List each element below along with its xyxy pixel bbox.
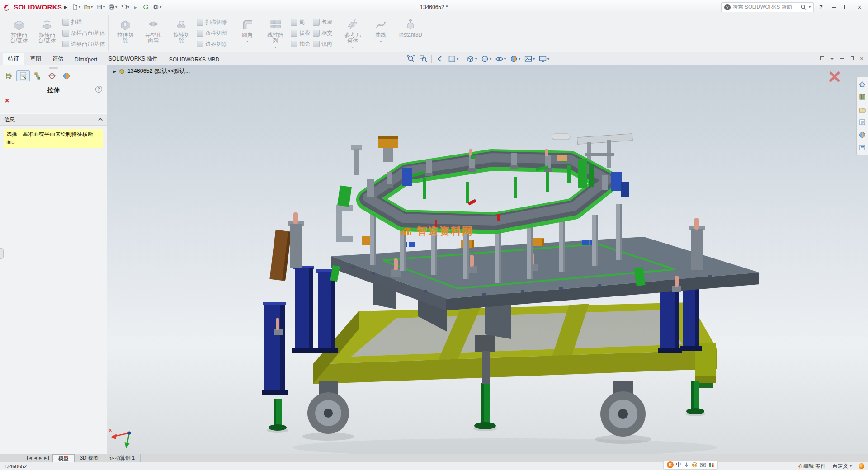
mirror-button[interactable]: 镜向 [313,40,332,48]
document-minimize-button[interactable] [838,55,845,62]
tab-mbd[interactable]: SOLIDWORKS MBD [164,54,225,65]
rib-button[interactable]: 筋 [291,18,310,27]
search-scope-caret-icon[interactable]: ▾ [809,5,811,9]
pane-arrows-icon[interactable]: ◂▸ [828,55,835,62]
prev-tab-arrow-icon[interactable]: ◀ [33,456,37,460]
help-search-box[interactable]: ? 搜索 SOLIDWORKS 帮助 ▾ [721,2,814,12]
previous-view-button[interactable] [434,54,445,64]
dropdown-caret-icon[interactable]: ▾ [850,465,852,468]
ime-keyboard-icon[interactable] [700,462,706,468]
options-button[interactable]: ▾ [151,3,163,11]
tab-dimxpert[interactable]: DimXpert [69,54,103,65]
instant3d-button[interactable]: Instant3D [395,15,426,51]
hole-wizard-button[interactable]: 异型孔 向导 [139,15,167,51]
configuration-manager-tab[interactable] [31,70,44,81]
dropdown-caret-icon[interactable]: ▾ [352,44,354,50]
collapse-chevron-icon[interactable] [98,118,103,122]
home-resources-icon[interactable] [858,80,867,89]
lofted-cut-button[interactable]: 放样切割 [197,29,227,38]
fillet-button[interactable]: 圆角 ▾ [233,15,261,51]
swept-boss-button[interactable]: 扫描 [62,18,105,27]
intersect-button[interactable]: 相交 [313,29,332,38]
dropdown-caret-icon[interactable]: ▾ [547,57,549,61]
document-close-button[interactable]: × [858,55,865,62]
view-palette-icon[interactable] [858,118,867,127]
dropdown-caret-icon[interactable]: ▾ [519,57,520,61]
extrude-cut-button[interactable]: 拉伸切 除 [111,15,139,51]
maximize-button[interactable] [841,3,853,12]
web-help-icon[interactable] [859,463,864,469]
feature-manager-tab[interactable] [2,70,15,81]
open-button[interactable]: ▾ [82,3,94,11]
hide-show-items-button[interactable]: ▾ [494,54,507,64]
undo-button[interactable]: ▾ [119,3,131,11]
view-settings-button[interactable]: ▾ [538,54,550,64]
sogou-ime-icon[interactable]: S [667,461,674,468]
rebuild-button[interactable] [141,3,151,11]
linear-pattern-button[interactable]: 线性阵 列 ▾ [261,15,289,51]
tab-motion-study[interactable]: 运动算例 1 [104,454,141,462]
shell-button[interactable]: 抽壳 [291,40,310,48]
expand-arrow-icon[interactable]: ▶ [113,69,116,74]
pin-pane-icon[interactable] [818,55,826,62]
custom-properties-icon[interactable] [858,143,867,152]
curves-button[interactable]: 曲线 ▾ [367,15,395,51]
document-restore-button[interactable] [848,55,855,62]
section-view-button[interactable]: ▾ [447,54,459,64]
tab-model[interactable]: 模型 [52,454,75,462]
redo-button[interactable] [131,3,141,11]
ime-emoji-icon[interactable] [692,462,698,468]
view-orientation-button[interactable]: ▾ [465,54,478,64]
help-icon[interactable]: ? [95,86,102,93]
next-tab-arrow-icon[interactable]: ▶ [38,456,42,460]
ime-toolbox-icon[interactable] [708,462,714,468]
file-explorer-icon[interactable] [858,105,867,114]
dropdown-caret-icon[interactable]: ▾ [457,57,458,61]
revolve-boss-button[interactable]: 旋转凸 台/基体 [33,15,61,51]
display-style-button[interactable]: ▾ [480,54,492,64]
wrap-button[interactable]: 包覆 [313,18,332,27]
swept-cut-button[interactable]: 扫描切除 [197,18,227,27]
menu-flyout-arrow-icon[interactable]: ▶ [64,5,67,9]
tab-addins[interactable]: SOLIDWORKS 插件 [103,53,163,65]
boundary-cut-button[interactable]: 边界切除 [197,40,227,48]
minimize-button[interactable] [828,3,840,12]
search-icon[interactable] [800,4,807,10]
tab-evaluate[interactable]: 评估 [47,53,69,65]
appearances-icon[interactable] [858,131,867,139]
print-button[interactable]: ▾ [107,3,118,11]
apply-scene-button[interactable]: ▾ [523,54,536,64]
customize-menu[interactable]: 自定义 [832,463,848,470]
tab-features[interactable]: 特征 [3,53,24,65]
info-section-header[interactable]: 信息 [0,113,107,126]
panel-resize-grip[interactable] [49,67,58,69]
lofted-boss-button[interactable]: 放样凸台/基体 [62,29,105,38]
design-library-icon[interactable] [858,93,867,101]
dropdown-caret-icon[interactable]: ▾ [274,44,276,50]
panel-side-grip[interactable] [0,248,4,259]
confirmation-corner-cancel-icon[interactable]: × [828,66,841,88]
dropdown-caret-icon[interactable]: ▾ [475,57,477,61]
tree-root-label[interactable]: 13460652 (默认<<默认... [127,67,190,75]
base-frame[interactable] [313,302,717,388]
dropdown-caret-icon[interactable]: ▾ [504,57,506,61]
first-tab-arrow-icon[interactable]: ◀ [27,456,32,460]
zoom-to-area-button[interactable] [418,54,429,64]
ime-mic-icon[interactable] [684,462,689,468]
new-document-button[interactable]: ▾ [70,3,82,11]
property-manager-tab[interactable] [16,70,30,81]
last-tab-arrow-icon[interactable]: ▶ [43,456,48,460]
tab-sketch[interactable]: 草图 [25,53,47,65]
revolve-cut-button[interactable]: 旋转切 除 [167,15,195,51]
tab-3d-views[interactable]: 3D 视图 [75,454,104,462]
display-manager-tab[interactable] [60,70,73,81]
extrude-boss-button[interactable]: 拉伸凸 台/基体 [5,15,33,51]
boundary-boss-button[interactable]: 边界凸台/基体 [62,40,105,48]
save-button[interactable]: ▾ [94,3,106,11]
dropdown-caret-icon[interactable]: ▾ [533,57,535,61]
reference-geometry-button[interactable]: 参考几 何体 ▾ [339,15,367,51]
dimxpert-manager-tab[interactable] [45,70,59,81]
help-button[interactable]: ? [817,4,825,10]
graphics-viewport[interactable]: ▶ 13460652 (默认<<默认... 智造资料网 × [107,65,868,454]
close-button[interactable]: × [854,3,865,12]
